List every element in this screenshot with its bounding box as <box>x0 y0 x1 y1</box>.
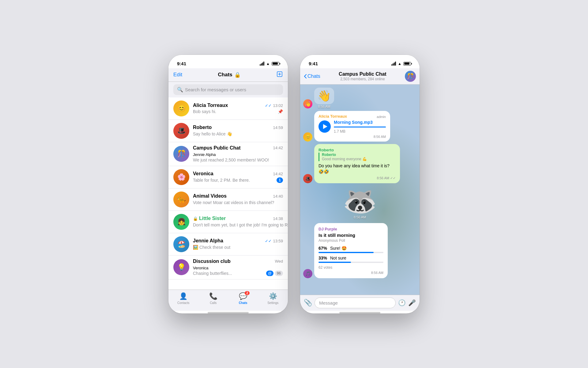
chat-item-jennie[interactable]: 🏖️ Jennie Alpha ✓✓ 13:59 🖼️ Check these … <box>168 233 288 256</box>
audio-progress <box>334 127 386 127</box>
compose-button[interactable] <box>276 71 283 79</box>
calls-icon: 📞 <box>209 292 217 300</box>
tab-label-chats: Chats <box>239 301 247 305</box>
chat-item-roberto[interactable]: 🎩 Roberto 14:59 Say hello to Alice 👋 <box>168 120 288 142</box>
tab-contacts[interactable]: 👤 Contacts <box>174 292 193 305</box>
chat-item-alicia[interactable]: 😊 Alicia Torreaux ✓✓ 13:02 Bob says hi. … <box>168 97 288 120</box>
poll-option-2[interactable]: 33% Not sure <box>318 256 383 263</box>
back-button[interactable]: Chats <box>304 74 320 79</box>
poll-option-1[interactable]: 67% Sure! 🤩 <box>318 246 383 253</box>
message-wave: 👋 👋 8:56 AM <box>303 88 417 108</box>
chat-item-little-sister[interactable]: 👧 🔒 Little Sister 14:38 Don't tell mom y… <box>168 211 288 233</box>
search-icon: 🔍 <box>177 87 183 93</box>
tab-bar: 👤 Contacts 📞 Calls 💬 2 Chats ⚙️ Settings <box>168 290 288 311</box>
mention-badge: @ <box>266 271 273 276</box>
chat-preview: Say hello to Alice 👋 <box>193 131 232 136</box>
msg-sender-alicia: Alicia Torreaux <box>318 114 347 119</box>
text-bubble-roberto: Roberto Roberto Good morning everyone 💪 … <box>314 144 400 183</box>
poll-votes: 62 votes <box>318 265 383 270</box>
poll-pct-2: 33% <box>318 256 328 260</box>
chat-info-alicia: Alicia Torreaux ✓✓ 13:02 Bob says hi. 📌 <box>193 103 283 114</box>
tab-label-contacts: Contacts <box>177 301 189 305</box>
nav-bar: Edit Chats 🔒 <box>168 68 288 82</box>
play-button[interactable] <box>318 120 331 133</box>
message-audio: 😊 Alicia Torreaux admin Morning Song.mp3 <box>303 111 417 142</box>
tab-label-calls: Calls <box>210 301 217 305</box>
poll-sender: DJ Purple <box>318 227 383 231</box>
chat-time: 14:42 <box>273 172 283 176</box>
chat-preview: Vote now! Moar cat videos in this channe… <box>193 200 274 205</box>
chat-name: Animal Videos <box>193 193 227 199</box>
avatar-alicia-msg: 😊 <box>303 132 312 142</box>
back-label: Chats <box>307 74 320 79</box>
audio-size: 1.7 MB <box>334 129 386 134</box>
chat-time: 13:59 <box>273 239 283 243</box>
chat-time: 14:59 <box>273 125 283 130</box>
audio-bubble: Alicia Torreaux admin Morning Song.mp3 1… <box>314 111 390 142</box>
message-input[interactable]: Message <box>315 298 396 308</box>
msg-time-poll: 8:56 AM <box>318 271 383 275</box>
wifi-icon-2: ▲ <box>398 62 401 66</box>
admin-badge: admin <box>377 115 386 119</box>
attach-button[interactable]: 📎 <box>304 299 312 307</box>
chat-info-veronica: Veronica 14:42 Table for four, 2 PM. Be … <box>193 171 283 183</box>
chat-name: Little Sister <box>199 216 226 221</box>
msg-text: Do you have any idea what time it is? 🤣🤣 <box>318 163 396 175</box>
status-icons-1: ▲ <box>260 62 279 66</box>
sticker-red-panda: 🦝 8:56 AM <box>303 186 417 221</box>
double-check-icon: ✓✓ <box>265 103 272 108</box>
preview-sender: Veronica <box>193 266 209 270</box>
chat-info-little-sister: 🔒 Little Sister 14:38 Don't tell mom yet… <box>193 216 283 228</box>
avatar-roberto: 🎩 <box>173 123 189 139</box>
lock-icon: 🔒 <box>193 216 198 221</box>
chat-time: 13:02 <box>273 103 283 108</box>
phone-chat-detail: 9:41 ▲ Chats Campus Publi <box>300 55 420 313</box>
avatar-jennie: 🏖️ <box>173 236 189 252</box>
msg-sender-roberto: Roberto <box>318 148 334 152</box>
mic-button[interactable]: 🎤 <box>408 299 416 306</box>
tab-chats[interactable]: 💬 2 Chats <box>234 292 252 305</box>
tab-settings[interactable]: ⚙️ Settings <box>264 292 282 305</box>
battery-icon-2 <box>403 62 411 66</box>
chat-preview: Bob says hi. <box>193 109 216 114</box>
unread-badge: 1 <box>277 177 283 183</box>
chat-nav-info: Campus Public Chat 2,503 members, 284 on… <box>320 71 405 81</box>
avatar-roberto-msg: 🎩 <box>303 174 312 183</box>
chat-item-veronica[interactable]: 🌸 Veronica 14:42 Table for four, 2 PM. B… <box>168 166 288 188</box>
signal-icon <box>260 62 264 66</box>
emoji-button[interactable]: 🕐 <box>398 299 406 306</box>
double-check-icon: ✓✓ <box>265 239 272 243</box>
status-time-2: 9:41 <box>309 61 318 66</box>
chat-item-discussion[interactable]: 💡 Discussion club Wed Veronica Chasing b… <box>168 256 288 279</box>
audio-player: Morning Song.mp3 1.7 MB <box>318 120 386 134</box>
chat-item-animal[interactable]: 🐆 Animal Videos 14:40 Vote now! Moar cat… <box>168 188 288 211</box>
edit-button[interactable]: Edit <box>173 72 182 78</box>
chat-time: 14:42 <box>273 146 283 150</box>
avatar-dj: 🎵 <box>303 269 312 278</box>
chat-info-campus: Campus Public Chat 14:42 Jennie Alpha We… <box>193 145 283 163</box>
avatar-veronica: 🌸 <box>173 169 189 185</box>
msg-time: 8:56 AM <box>318 135 386 138</box>
phone-chats-list: 9:41 ▲ Edit Chats 🔒 <box>168 55 288 313</box>
preview-sender: Jennie Alpha <box>193 152 216 157</box>
wave-sticker: 👋 <box>317 89 331 102</box>
input-bar: 📎 Message 🕐 🎤 <box>300 295 420 311</box>
chat-item-campus[interactable]: 🎊 Campus Public Chat 14:42 Jennie Alpha … <box>168 142 288 166</box>
poll-text-1: Sure! 🤩 <box>330 246 347 251</box>
chat-name: Discussion club <box>193 259 231 264</box>
reply-bar: Roberto Good morning everyone 💪 <box>318 153 396 161</box>
search-input[interactable]: 🔍 Search for messages or users <box>173 84 283 95</box>
chats-badge: 2 <box>245 291 250 295</box>
chat-time: Wed <box>275 259 283 264</box>
chat-avatar[interactable]: 🎊 <box>405 71 416 82</box>
home-indicator <box>208 312 249 313</box>
avatar-campus: 🎊 <box>173 146 189 162</box>
sticker-time: 8:56 AM <box>314 105 334 108</box>
chat-preview: Chasing butterflies... <box>193 271 232 276</box>
tab-calls[interactable]: 📞 Calls <box>204 292 222 305</box>
chat-nav: Chats Campus Public Chat 2,503 members, … <box>300 68 420 85</box>
chat-preview: We just reached 2,500 members! WOO! <box>193 157 269 162</box>
chat-name: Jennie Alpha <box>193 238 223 244</box>
chat-name: Veronica <box>193 171 213 176</box>
poll-text-2: Not sure <box>330 256 346 260</box>
